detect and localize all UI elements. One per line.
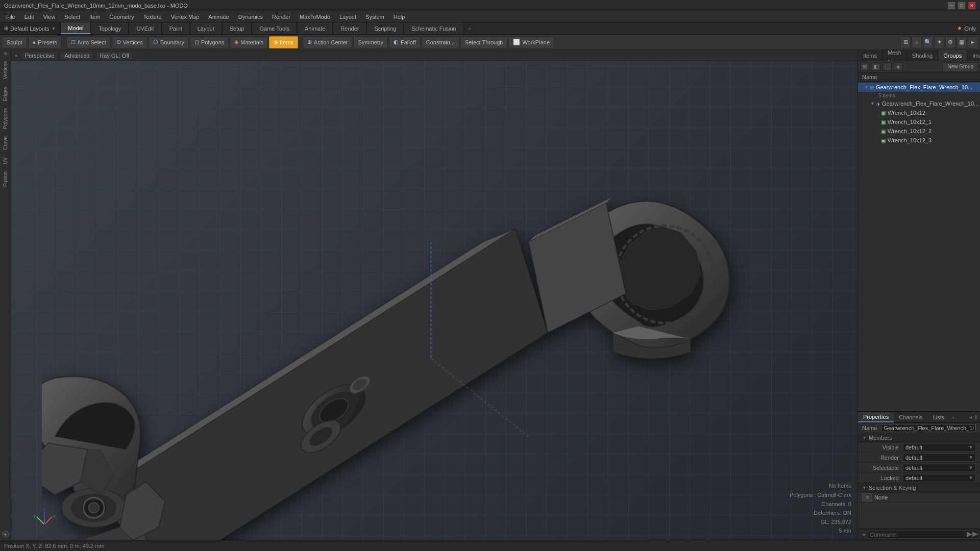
svg-line-21 xyxy=(44,517,52,524)
tab-images[interactable]: Images xyxy=(967,50,980,61)
polygons-button[interactable]: ◻ Polygons xyxy=(190,36,229,48)
prop-expand-2[interactable]: ⬆ xyxy=(974,414,978,420)
falloff-button[interactable]: ◐ Falloff xyxy=(389,36,421,48)
tree-root[interactable]: ▼ ⊞ Gearwrench_Flex_Flare_Wrench_10... xyxy=(858,83,980,92)
menu-item[interactable]: Item xyxy=(85,13,104,21)
tab-layout[interactable]: Layout xyxy=(190,22,222,34)
menu-dynamics[interactable]: Dynamics xyxy=(234,13,267,21)
menu-animate[interactable]: Animate xyxy=(204,13,233,21)
menu-view[interactable]: View xyxy=(39,13,60,21)
menu-file[interactable]: File xyxy=(2,13,19,21)
view-advanced[interactable]: Advanced xyxy=(61,52,92,59)
vertices-button[interactable]: ⊙ Vertices xyxy=(112,36,148,48)
prop-locked-value[interactable]: default ▼ xyxy=(903,474,976,482)
sidebar-bottom-btn[interactable]: ● xyxy=(2,531,9,538)
tab-schematicfusion[interactable]: Schematic Fusion xyxy=(404,22,463,34)
tab-paint[interactable]: Paint xyxy=(162,22,190,34)
menu-maxtomodo[interactable]: MaxToModo xyxy=(296,13,334,21)
tab-items[interactable]: Items xyxy=(858,50,883,61)
tab-add-button[interactable]: + xyxy=(464,22,475,34)
tab-render[interactable]: Render xyxy=(333,22,366,34)
tree-item-0[interactable]: ▼ ⬗ Gearwrench_Flex_Flare_Wrench_10... xyxy=(858,99,980,108)
vp-ctrl-5[interactable]: ⚙ xyxy=(945,36,955,48)
tab-topology[interactable]: Topology xyxy=(91,22,129,34)
tab-shading[interactable]: Shading xyxy=(907,50,938,61)
main-area: Vertices Edges Polygons Curve UV Fusion … xyxy=(0,50,980,540)
vp-ctrl-7[interactable]: ▸ xyxy=(968,36,978,48)
new-group-button[interactable]: New Group xyxy=(943,62,978,71)
prop-tab-lists[interactable]: Lists xyxy=(928,412,950,422)
presets-button[interactable]: ● Presets xyxy=(28,36,62,48)
sculpt-button[interactable]: Sculpt xyxy=(2,36,27,48)
vp-ctrl-3[interactable]: 🔍 xyxy=(923,36,933,48)
tree-item-2[interactable]: ▶ ▣ Wrench_10x12_1 xyxy=(858,117,980,127)
viewport-canvas[interactable]: X Y Z No Items Polygons : Catmull-Clark … xyxy=(11,61,857,540)
menu-render[interactable]: Render xyxy=(268,13,295,21)
symmetry-button[interactable]: Symmetry xyxy=(353,36,388,48)
tab-gametools[interactable]: Game Tools xyxy=(252,22,297,34)
sidebar-fusion[interactable]: Fusion xyxy=(3,168,8,190)
sidebar-edges[interactable]: Edges xyxy=(3,84,8,104)
tab-scripting[interactable]: Scripting xyxy=(366,22,404,34)
items-tool-1[interactable]: ⊞ xyxy=(860,63,869,71)
menu-vertexmap[interactable]: Vertex Map xyxy=(167,13,204,21)
menu-layout[interactable]: Layout xyxy=(335,13,360,21)
vp-ctrl-1[interactable]: ⊞ xyxy=(900,36,911,48)
polygons-icon: ◻ xyxy=(194,39,199,45)
tab-uvedit[interactable]: UVEdit xyxy=(129,22,161,34)
cmd-arrow-left[interactable]: ◂ xyxy=(860,531,867,538)
menu-help[interactable]: Help xyxy=(389,13,409,21)
sidebar-vertices[interactable]: Vertices xyxy=(3,58,8,83)
prop-tab-channels[interactable]: Channels xyxy=(894,412,927,422)
items-tool-3[interactable]: ⬚ xyxy=(883,63,892,71)
menu-edit[interactable]: Edit xyxy=(20,13,38,21)
tree-item-3[interactable]: ▶ ▣ Wrench_10x12_2 xyxy=(858,127,980,136)
maximize-button[interactable]: □ xyxy=(958,2,966,10)
view-perspective[interactable]: Perspective xyxy=(22,52,57,59)
command-input[interactable] xyxy=(867,531,978,539)
prop-expand-1[interactable]: ◂ xyxy=(969,414,972,420)
tree-item-4[interactable]: ▶ ▣ Wrench_10x12_3 xyxy=(858,136,980,145)
close-button[interactable]: ✕ xyxy=(968,2,976,10)
items-tool-4[interactable]: ◈ xyxy=(894,63,903,71)
menu-select[interactable]: Select xyxy=(60,13,84,21)
vp-ctrl-4[interactable]: ✦ xyxy=(934,36,944,48)
tab-model[interactable]: Model xyxy=(60,22,91,34)
tab-mesh[interactable]: Mesh ... xyxy=(883,50,907,61)
sidebar-uv[interactable]: UV xyxy=(3,154,8,167)
workplane-button[interactable]: ⬜ WorkPlane xyxy=(508,36,554,48)
prop-tab-properties[interactable]: Properties xyxy=(858,412,894,422)
tree-item-1[interactable]: ▶ ▣ Wrench_10x12 xyxy=(858,108,980,117)
viewport[interactable]: ▸ Perspective Advanced Ray GL: Off xyxy=(11,50,857,540)
materials-button[interactable]: ◈ Materials xyxy=(230,36,268,48)
select-through-button[interactable]: Select Through xyxy=(460,36,507,48)
sel-key-section[interactable]: ▼ Selection & Keying xyxy=(858,483,980,492)
tab-animate[interactable]: Animate xyxy=(297,22,333,34)
layout-selector[interactable]: ⊞ Default Layouts ▼ xyxy=(0,22,60,34)
tab-groups[interactable]: Groups xyxy=(938,50,967,61)
auto-select-button[interactable]: ⊡ Auto Select xyxy=(66,36,111,48)
items-button[interactable]: ⬗ Items xyxy=(269,36,298,48)
viewport-collapse[interactable]: ▸ xyxy=(15,53,18,58)
items-tool-2[interactable]: ◧ xyxy=(871,63,880,71)
boundary-button[interactable]: ⬡ Boundary xyxy=(149,36,189,48)
members-arrow: ▼ xyxy=(862,435,867,440)
members-section[interactable]: ▼ Members xyxy=(858,433,980,442)
view-raygl[interactable]: Ray GL: Off xyxy=(96,52,132,59)
prop-render-value[interactable]: default ▼ xyxy=(903,454,976,462)
action-center-button[interactable]: ⊕ Action Center xyxy=(303,36,353,48)
vp-ctrl-2[interactable]: ○ xyxy=(912,36,922,48)
sidebar-curve[interactable]: Curve xyxy=(3,133,8,153)
prop-selectable-value[interactable]: default ▼ xyxy=(903,464,976,472)
menu-geometry[interactable]: Geometry xyxy=(105,13,138,21)
minimize-button[interactable]: — xyxy=(947,2,955,10)
menu-system[interactable]: System xyxy=(361,13,388,21)
menu-texture[interactable]: Texture xyxy=(139,13,166,21)
vp-ctrl-6[interactable]: ▦ xyxy=(957,36,967,48)
constrain-button[interactable]: Constrain... xyxy=(422,36,459,48)
prop-visible-value[interactable]: default ▼ xyxy=(903,443,976,452)
tab-setup[interactable]: Setup xyxy=(222,22,252,34)
prop-name-input[interactable] xyxy=(881,424,976,432)
sidebar-polygons[interactable]: Polygons xyxy=(3,105,8,132)
prop-tab-add[interactable]: + xyxy=(949,412,957,422)
